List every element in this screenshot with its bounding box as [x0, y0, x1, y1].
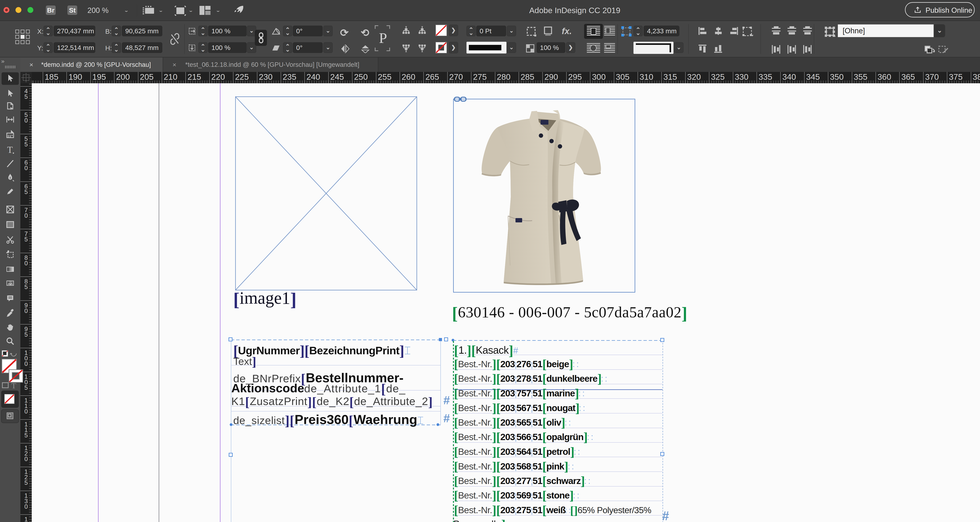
- svg-text:T: T: [7, 145, 13, 154]
